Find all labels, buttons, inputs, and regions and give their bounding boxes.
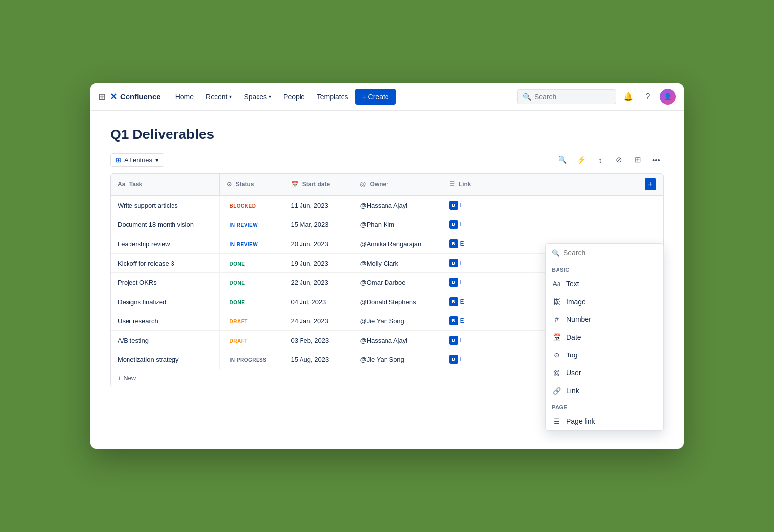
nav-home[interactable]: Home (171, 90, 199, 104)
status-cell: BLOCKED (219, 196, 284, 215)
dropdown-item-link[interactable]: 🔗 Link (546, 382, 663, 399)
search-input[interactable] (534, 93, 611, 101)
link-cell: B E (442, 196, 663, 215)
task-cell: Project OKRs (111, 273, 219, 292)
search-action-button[interactable]: 🔍 (555, 152, 570, 167)
task-cell: Designs finalized (111, 292, 219, 311)
filter-action-button[interactable]: ⚡ (574, 152, 589, 167)
col-date-label: Start date (302, 181, 330, 188)
status-cell: DONE (219, 273, 284, 292)
link-type-icon: 🔗 (552, 386, 561, 396)
col-task-label: Task (129, 181, 142, 188)
create-button[interactable]: + Create (355, 89, 396, 105)
link-text: E (460, 279, 464, 286)
add-column-button[interactable]: + (645, 178, 656, 190)
user-type-label: User (566, 369, 581, 377)
date-cell: 15 Mar, 2023 (284, 215, 353, 234)
tag-type-icon: ⊙ (552, 350, 561, 360)
col-status-label: Status (236, 181, 254, 188)
link-page-icon: B (449, 336, 458, 345)
dropdown-item-image[interactable]: 🖼 Image (546, 293, 663, 310)
view-selector[interactable]: ⊞ All entries ▾ (110, 153, 164, 167)
help-button[interactable]: ? (640, 89, 656, 105)
link-text: E (460, 317, 464, 324)
nav-people[interactable]: People (278, 90, 310, 104)
sort-action-button[interactable]: ↕ (593, 152, 607, 167)
col-task[interactable]: Aa Task (111, 174, 219, 196)
task-col-icon: Aa (118, 181, 125, 188)
hide-action-button[interactable]: ⊘ (611, 152, 626, 167)
navbar: ⊞ ✕ Confluence Home Recent ▾ Spaces ▾ Pe… (90, 83, 684, 111)
owner-cell: @Phan Kim (353, 215, 442, 234)
link-page-icon: B (449, 201, 458, 210)
avatar[interactable]: 👤 (660, 89, 676, 105)
basic-section-label: BASIC (546, 262, 663, 275)
owner-cell: @Annika Rangarajan (353, 234, 442, 254)
status-cell: DONE (219, 254, 284, 273)
link-text: E (460, 240, 464, 247)
col-link[interactable]: ☰ Link + (442, 174, 663, 196)
status-cell: IN REVIEW (219, 215, 284, 234)
page-title: Q1 Deliverables (110, 127, 664, 142)
owner-col-icon: @ (360, 181, 366, 188)
more-action-button[interactable]: ••• (649, 152, 664, 167)
col-owner[interactable]: @ Owner (353, 174, 442, 196)
nav-spaces[interactable]: Spaces ▾ (239, 90, 276, 104)
dropdown-item-user[interactable]: @ User (546, 364, 663, 382)
task-name: Leadership review (118, 240, 170, 248)
table-row[interactable]: Document 18 month vision IN REVIEW 15 Ma… (111, 215, 663, 234)
dropdown-item-tag[interactable]: ⊙ Tag (546, 346, 663, 364)
notifications-button[interactable]: 🔔 (620, 89, 636, 105)
group-action-button[interactable]: ⊞ (630, 152, 645, 167)
date-cell: 24 Jan, 2023 (284, 311, 353, 331)
col-link-label: Link (459, 181, 471, 188)
status-cell: DRAFT (219, 331, 284, 350)
status-badge: DONE (227, 299, 248, 306)
task-cell: Kickoff for release 3 (111, 254, 219, 273)
owner-cell: @Jie Yan Song (353, 311, 442, 331)
dropdown-search-box[interactable]: 🔍 (546, 244, 663, 262)
text-type-icon: Aa (552, 279, 561, 289)
number-type-icon: # (552, 314, 561, 324)
col-status[interactable]: ⊙ Status (219, 174, 284, 196)
dropdown-search-icon: 🔍 (552, 249, 559, 257)
link-page-icon: B (449, 297, 458, 306)
dropdown-item-date[interactable]: 📅 Date (546, 328, 663, 346)
task-name: A/B testing (118, 337, 149, 344)
grid-icon[interactable]: ⊞ (98, 91, 106, 102)
task-cell: A/B testing (111, 331, 219, 350)
status-badge: DRAFT (227, 318, 251, 325)
col-owner-label: Owner (370, 181, 388, 188)
table-row[interactable]: Write support articles BLOCKED 11 Jun, 2… (111, 196, 663, 215)
dropdown-item-page-link[interactable]: ☰ Page link (546, 412, 663, 430)
navbar-right: 🔍 🔔 ? 👤 (517, 89, 676, 105)
col-start-date[interactable]: 📅 Start date (284, 174, 353, 196)
add-new-label: + New (118, 374, 136, 382)
date-cell: 22 Jun, 2023 (284, 273, 353, 292)
date-type-label: Date (566, 333, 581, 341)
owner-cell: @Donald Stephens (353, 292, 442, 311)
dropdown-item-text[interactable]: Aa Text (546, 275, 663, 293)
dropdown-search-input[interactable] (563, 249, 657, 257)
nav-templates[interactable]: Templates (312, 90, 353, 104)
number-type-label: Number (566, 315, 591, 323)
owner-cell: @Hassana Ajayi (353, 196, 442, 215)
status-cell: DONE (219, 292, 284, 311)
status-cell: DRAFT (219, 311, 284, 331)
search-box[interactable]: 🔍 (517, 89, 616, 104)
status-badge: IN PROGRESS (227, 356, 270, 364)
link-page-icon: B (449, 278, 458, 287)
task-name: User research (118, 317, 158, 325)
status-badge: IN REVIEW (227, 222, 261, 229)
link-text: E (460, 221, 464, 228)
link-page-icon: B (449, 316, 458, 325)
logo-name: Confluence (120, 92, 161, 101)
db-actions: 🔍 ⚡ ↕ ⊘ ⊞ ••• (555, 152, 664, 167)
task-name: Write support articles (118, 202, 178, 209)
task-cell: User research (111, 311, 219, 331)
status-col-icon: ⊙ (227, 181, 232, 188)
image-type-icon: 🖼 (552, 297, 561, 307)
dropdown-item-number[interactable]: # Number (546, 310, 663, 328)
nav-recent[interactable]: Recent ▾ (201, 90, 237, 104)
logo[interactable]: ✕ Confluence (110, 91, 161, 102)
